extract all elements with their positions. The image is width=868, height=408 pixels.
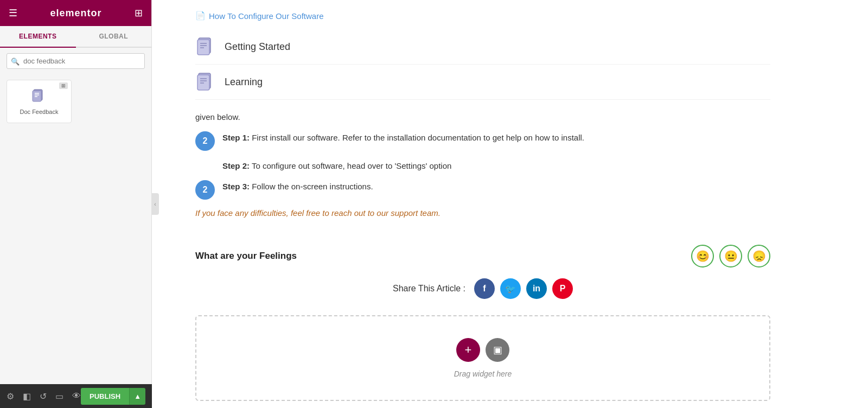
preview-icon[interactable]: ▭ [55,391,63,401]
share-label: Share This Article : [393,284,465,294]
twitter-share-button[interactable]: 🐦 [500,278,521,299]
learning-label: Learning [225,76,263,88]
grid-icon[interactable]: ⊞ [135,7,143,19]
learning-icon [195,71,217,93]
publish-button[interactable]: PUBLISH [81,388,129,405]
step1-content: First install our software. Refer to the… [252,133,584,142]
support-text: If you face any difficulties, feel free … [195,208,770,218]
step3-circle: 2 [195,180,215,200]
sidebar-tabs: ELEMENTS GLOBAL [0,26,151,48]
main-content: 📄 How To Configure Our Software Getting … [152,0,868,408]
layers-icon[interactable]: ◧ [23,391,31,401]
feeling-happy-button[interactable]: 😊 [691,245,714,267]
search-input[interactable] [7,53,145,69]
top-nav-link[interactable]: 📄 How To Configure Our Software [195,11,770,21]
top-nav-link-text: How To Configure Our Software [209,11,324,21]
facebook-share-button[interactable]: f [474,278,495,299]
svg-rect-11 [197,75,209,90]
publish-dropdown-button[interactable]: ▲ [129,388,145,405]
linkedin-share-button[interactable]: in [526,278,547,299]
step1-text: Step 1: First install our software. Refe… [222,131,584,144]
nav-item-learning[interactable]: Learning [195,65,770,100]
share-section: Share This Article : f 🐦 in P [195,278,770,299]
svg-rect-1 [33,91,41,101]
sidebar: ☰ elementor ⊞ ELEMENTS GLOBAL 🔍 ⊞ D [0,0,152,408]
feelings-section: What are your Feelings 😊 😐 😞 [195,245,770,267]
add-widget-button[interactable]: + [456,338,480,362]
feeling-sad-button[interactable]: 😞 [748,245,770,267]
step1-row: 2 Step 1: First install our software. Re… [195,131,770,152]
feelings-label: What are your Feelings [195,251,297,262]
step2-content: To configure out software, head over to … [252,161,451,170]
history-icon[interactable]: ↺ [40,391,47,401]
bottom-bar-icons: ⚙ ◧ ↺ ▭ 👁 [7,391,81,401]
widget-grid: ⊞ Doc Feedback [0,74,151,129]
settings-icon[interactable]: ⚙ [7,391,14,401]
getting-started-icon [195,36,217,58]
step3-label: Step 3: [222,182,250,191]
svg-rect-6 [197,40,209,55]
tab-global[interactable]: GLOBAL [76,26,152,47]
feelings-icons: 😊 😐 😞 [691,245,770,267]
drop-zone: + ▣ Drag widget here [195,315,770,401]
step2-text: Step 2: To configure out software, head … [222,160,770,173]
collapse-handle[interactable]: ‹ [151,193,159,215]
getting-started-label: Getting Started [225,41,290,53]
search-wrapper: 🔍 [7,53,145,69]
step3-text: Step 3: Follow the on-screen instruction… [222,180,373,193]
steps-section: given below. 2 Step 1: First install our… [195,100,770,228]
step2-label: Step 2: [222,161,250,170]
pinterest-share-button[interactable]: P [552,278,573,299]
bottom-bar: ⚙ ◧ ↺ ▭ 👁 PUBLISH ▲ [0,384,152,408]
step1-label: Step 1: [222,133,250,142]
step3-content: Follow the on-screen instructions. [252,182,373,191]
template-button[interactable]: ▣ [486,338,509,362]
doc-feedback-icon [31,88,47,106]
eye-icon[interactable]: 👁 [72,391,81,401]
drop-zone-label: Drag widget here [454,369,512,378]
widget-doc-feedback-label: Doc Feedback [20,109,59,115]
widget-badge: ⊞ [59,82,68,89]
intro-content: given below. [195,112,240,122]
sidebar-title: elementor [50,8,101,19]
intro-text: given below. [195,111,770,124]
sidebar-header: ☰ elementor ⊞ [0,0,151,26]
drop-zone-buttons: + ▣ [456,338,509,362]
feeling-neutral-button[interactable]: 😐 [719,245,742,267]
tab-elements[interactable]: ELEMENTS [0,26,76,48]
hamburger-icon[interactable]: ☰ [9,7,17,19]
step3-row: 2 Step 3: Follow the on-screen instructi… [195,180,770,201]
widget-doc-feedback[interactable]: ⊞ Doc Feedback [7,80,72,123]
search-icon: 🔍 [11,57,20,65]
step1-circle: 2 [195,131,215,151]
content-area: 📄 How To Configure Our Software Getting … [152,0,803,408]
share-icons: f 🐦 in P [474,278,573,299]
link-icon: 📄 [195,11,206,21]
nav-item-getting-started[interactable]: Getting Started [195,29,770,65]
publish-btn-group: PUBLISH ▲ [81,388,145,405]
search-container: 🔍 [0,48,151,74]
